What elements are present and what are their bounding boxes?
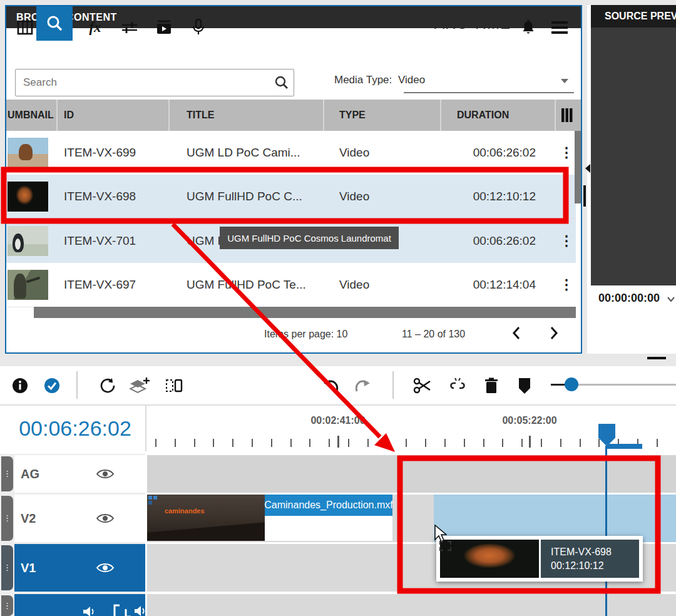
vertical-scrollbar[interactable] [575, 131, 581, 203]
unlink-icon[interactable] [447, 375, 468, 396]
drag-ghost-card[interactable]: ITEM-VX-698 00:12:10:12 [436, 536, 643, 582]
cell-title: UGM FullHD PoC Te... [187, 263, 306, 307]
cell-title: UGM LD PoC Cami... [187, 131, 300, 175]
ruler-ticks [155, 439, 676, 447]
drag-ghost-duration: 00:12:10:12 [551, 559, 639, 573]
track-header-audio[interactable] [14, 594, 145, 616]
thumbnail [8, 182, 48, 212]
media-type-underline [404, 92, 574, 93]
panel-collapse-icon[interactable] [585, 164, 590, 173]
drag-indicator-box [439, 541, 451, 551]
zoom-slider-track[interactable] [577, 384, 676, 386]
pagination-bar: Items per page: 10 11 – 20 of 130 [6, 318, 581, 351]
refresh-icon[interactable] [97, 375, 118, 396]
panel-resize-handle[interactable] [647, 357, 666, 359]
cell-id: ITEM-VX-697 [64, 263, 136, 307]
microphone-icon[interactable] [186, 15, 211, 40]
info-icon[interactable] [9, 375, 31, 396]
ruler-label: 00:05:22:00 [502, 415, 556, 426]
cell-duration: 00:12:10:12 [457, 175, 536, 218]
audio-volume-icon[interactable] [82, 605, 98, 616]
col-title[interactable]: TITLE [187, 100, 214, 131]
zoom-slider-knob[interactable] [565, 377, 578, 391]
track-drag-handle[interactable]: ⋮ [1, 496, 13, 541]
source-preview-panel: SOURCE PREV 00:00:00:00 [587, 5, 676, 354]
column-chooser-icon[interactable] [561, 100, 573, 131]
track-lane-ag[interactable] [147, 455, 676, 493]
source-timecode: 00:00:00:00 [598, 292, 660, 305]
cell-type: Video [339, 263, 369, 307]
drag-ghost-info: ITEM-VX-698 00:12:10:12 [541, 540, 639, 578]
clip-thumbnail[interactable]: caminandes [147, 495, 265, 541]
track-drag-handle[interactable]: ⋮ [1, 545, 13, 590]
clip-logo-text: caminandes [165, 507, 205, 515]
playhead-line [605, 446, 607, 616]
video-library-icon[interactable] [151, 15, 177, 40]
track-visibility-eye-icon[interactable] [96, 562, 115, 574]
thumbnail [8, 226, 48, 256]
prev-page-icon[interactable] [511, 325, 522, 341]
row-menu-icon[interactable]: ⋮ [557, 219, 576, 263]
media-type-select[interactable]: Media Type: Video [334, 74, 573, 99]
delete-trash-icon[interactable] [481, 375, 502, 396]
cell-id: ITEM-VX-699 [64, 131, 136, 175]
timecode-dropdown-icon[interactable] [667, 295, 675, 303]
undo-icon[interactable] [320, 375, 342, 396]
track-lane-v2[interactable]: caminandes Caminandes_Production.mxf [147, 495, 676, 542]
zoom-slider-track[interactable] [551, 384, 566, 386]
hamburger-menu-icon[interactable] [547, 15, 572, 40]
table-row-selected[interactable]: ITEM-VX-698 UGM FullHD PoC C... Video 00… [6, 175, 576, 219]
search-field-icon[interactable] [269, 74, 294, 91]
clip-body[interactable] [265, 516, 392, 541]
track-header-v1-selected[interactable]: V1 [14, 544, 145, 592]
notifications-bell-icon[interactable] [516, 15, 541, 40]
split-clip-icon[interactable] [164, 375, 185, 396]
search-input[interactable] [16, 76, 269, 90]
track-drag-handle[interactable]: ⋮ [1, 456, 13, 491]
marker-icon[interactable] [514, 375, 535, 396]
table-row[interactable]: ITEM-VX-697 UGM FullHD PoC Te... Video 0… [6, 263, 576, 307]
horizontal-scrollbar[interactable] [34, 307, 576, 318]
media-type-caret-icon[interactable] [561, 79, 568, 83]
items-per-page[interactable]: Items per page: 10 [264, 329, 347, 340]
media-type-label: Media Type: [334, 74, 392, 86]
source-preview-title: SOURCE PREV [591, 5, 676, 28]
cut-scissors-icon[interactable] [412, 375, 433, 396]
panel-scrollbar-thumb[interactable] [583, 185, 586, 207]
add-layer-icon[interactable] [129, 375, 150, 396]
track-label: V2 [21, 511, 96, 526]
playhead-extension-bar [607, 444, 642, 449]
approve-check-icon[interactable] [41, 375, 63, 396]
col-id[interactable]: ID [64, 100, 74, 131]
thumbnail [8, 270, 48, 300]
row-menu-icon[interactable]: ⋮ [557, 131, 576, 175]
source-preview-video-area [591, 28, 676, 285]
col-duration[interactable]: DURATION [457, 100, 509, 131]
effects-icon[interactable]: fx [83, 15, 108, 40]
track-lane-audio[interactable] [147, 594, 676, 616]
media-library-icon[interactable] [13, 15, 38, 40]
track-label: AG [21, 467, 96, 481]
track-header-ag[interactable]: AG [14, 455, 145, 493]
search-tab-button[interactable] [36, 6, 73, 41]
track-header-v2[interactable]: V2 [14, 495, 145, 542]
track-visibility-eye-icon[interactable] [96, 468, 115, 480]
redo-icon[interactable] [352, 375, 373, 396]
table-row[interactable]: ITEM-VX-699 UGM LD PoC Cami... Video 00:… [6, 131, 576, 175]
track-visibility-eye-icon[interactable] [96, 512, 115, 525]
row-menu-icon[interactable]: ⋮ [557, 175, 576, 218]
timeline-ruler[interactable]: 00:02:41:00 00:05:22:00 [146, 406, 676, 451]
row-menu-icon[interactable]: ⋮ [557, 263, 576, 307]
title-tooltip: UGM FullHD PoC Cosmos Laundromat [220, 227, 399, 249]
table-header-row: UMBNAIL ID TITLE TYPE DURATION [6, 100, 581, 131]
col-thumbnail[interactable]: UMBNAIL [8, 100, 54, 131]
track-drag-handle[interactable]: ⋮ [1, 595, 13, 616]
next-page-icon[interactable] [548, 325, 560, 341]
clip-title[interactable]: Caminandes_Production.mxf [265, 495, 392, 516]
search-icon [36, 6, 73, 41]
cell-id: ITEM-VX-698 [64, 175, 136, 218]
col-type[interactable]: TYPE [339, 100, 366, 131]
cell-type: Video [339, 175, 369, 218]
settings-sliders-icon[interactable] [117, 15, 142, 40]
cell-type: Video [339, 131, 369, 175]
